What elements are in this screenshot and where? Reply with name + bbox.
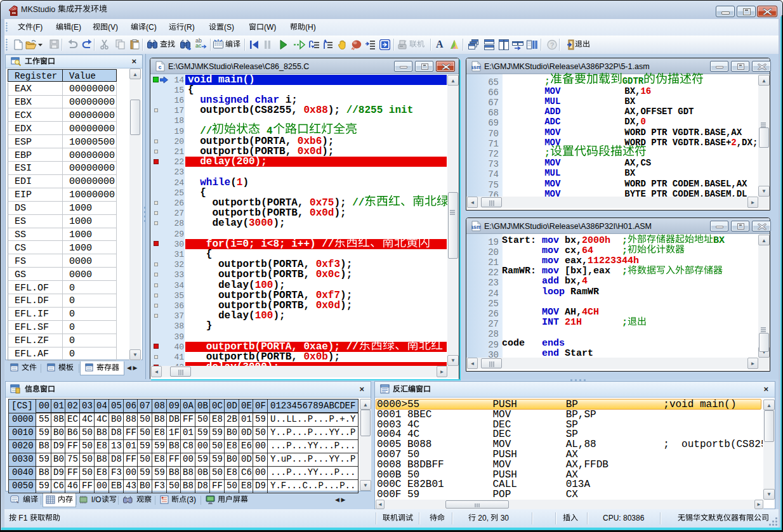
svg-text:?: ? (550, 41, 555, 49)
svg-text:asm: asm (471, 224, 481, 230)
svg-text:asm: asm (471, 64, 481, 70)
svg-text:c: c (158, 64, 161, 70)
